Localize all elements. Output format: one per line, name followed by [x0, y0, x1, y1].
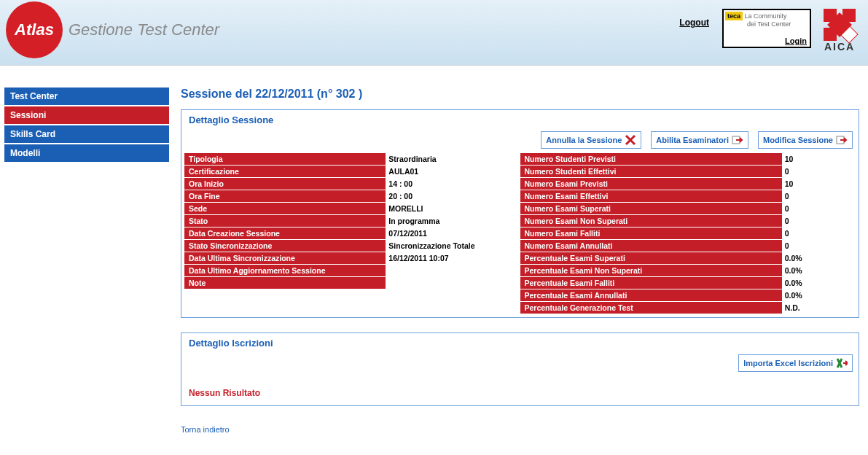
- detail-row: Percentuale Esami Falliti0.0%: [520, 277, 856, 289]
- detail-row: Numero Esami Falliti0: [520, 228, 856, 240]
- edit-icon: [836, 134, 848, 146]
- excel-import-icon: [836, 357, 848, 369]
- detail-label: Numero Esami Falliti: [520, 228, 782, 239]
- sidebar-item-modelli[interactable]: Modelli: [4, 144, 169, 163]
- detail-value: N.D.: [782, 303, 856, 312]
- detail-value: 20 : 00: [386, 192, 520, 201]
- detail-value: 0.0%: [782, 266, 856, 275]
- detail-label: Numero Esami Effettivi: [520, 190, 782, 202]
- app-subtitle: Gestione Test Center: [69, 20, 219, 39]
- detail-value: 10: [782, 179, 856, 188]
- detail-row: Data Ultima Sincronizzazione16/12/2011 1…: [184, 252, 520, 265]
- detail-label: Percentuale Esami Annullati: [520, 289, 782, 301]
- detail-row: Ora Fine20 : 00: [184, 190, 520, 203]
- detail-value: Straordinaria: [386, 155, 520, 163]
- detail-label: Tipologia: [184, 153, 386, 165]
- detail-label: Data Ultima Sincronizzazione: [184, 252, 386, 264]
- detail-label: Ora Fine: [184, 190, 386, 202]
- detail-value: 16/12/2011 10:07: [386, 254, 520, 262]
- page-title: Sessione del 22/12/2011 (n° 302 ): [181, 88, 859, 101]
- header-right: Logout teca La Community dei Test Center…: [679, 9, 861, 52]
- detail-label: Certificazione: [184, 166, 386, 177]
- detail-value: 10: [782, 155, 856, 163]
- modifica-label: Modifica Sessione: [763, 136, 833, 144]
- detail-row: Data Ultimo Aggiornamento Sessione: [184, 265, 520, 277]
- detail-row: Percentuale Generazione TestN.D.: [520, 302, 856, 314]
- logo-area: Atlas Gestione Test Center: [6, 1, 219, 58]
- detail-label: Note: [184, 277, 386, 289]
- detail-value: 0.0%: [782, 279, 856, 287]
- detail-value: 0: [782, 241, 856, 250]
- back-link[interactable]: Torna indietro: [181, 425, 230, 434]
- atlas-logo: Atlas: [6, 1, 63, 58]
- aica-logo: AICA: [818, 9, 861, 52]
- teca-text1: La Community: [745, 12, 787, 20]
- teca-community-box[interactable]: teca La Community dei Test Center Login: [722, 9, 811, 48]
- detail-row: Percentuale Esami Superati0.0%: [520, 252, 856, 265]
- detail-label: Stato: [184, 215, 386, 227]
- detail-value: 0: [782, 167, 856, 176]
- detail-label: Percentuale Esami Non Superati: [520, 265, 782, 276]
- annulla-sessione-button[interactable]: Annulla la Sessione: [541, 131, 641, 149]
- detail-col-right: Numero Studenti Previsti10Numero Student…: [520, 153, 856, 314]
- detail-row: CertificazioneAULA01: [184, 166, 520, 178]
- detail-row: SedeMORELLI: [184, 203, 520, 215]
- detail-value: 0.0%: [782, 291, 856, 300]
- abilita-esaminatori-button[interactable]: Abilita Esaminatori: [651, 131, 748, 149]
- detail-row: Data Creazione Sessione07/12/2011: [184, 228, 520, 240]
- detail-row: Percentuale Esami Non Superati0.0%: [520, 265, 856, 277]
- main-content: Sessione del 22/12/2011 (n° 302 ) Dettag…: [173, 88, 868, 434]
- detail-label: Numero Esami Superati: [520, 203, 782, 214]
- panel-dettaglio-iscrizioni: Dettaglio Iscrizioni Importa Excel Iscri…: [181, 332, 859, 406]
- enable-icon: [732, 134, 743, 146]
- detail-grid: TipologiaStraordinariaCertificazioneAULA…: [181, 153, 859, 317]
- detail-row: Numero Esami Superati0: [520, 203, 856, 215]
- detail-label: Data Creazione Sessione: [184, 228, 386, 239]
- detail-row: Ora Inizio14 : 00: [184, 178, 520, 190]
- sidebar-item-test-center[interactable]: Test Center: [4, 88, 169, 106]
- logout-link[interactable]: Logout: [679, 18, 709, 28]
- detail-row: Numero Esami Previsti10: [520, 178, 856, 190]
- importa-excel-button[interactable]: Importa Excel Iscrizioni: [738, 354, 853, 372]
- detail-label: Numero Esami Non Superati: [520, 215, 782, 227]
- detail-value: 0: [782, 217, 856, 225]
- action-row-iscrizioni: Importa Excel Iscrizioni: [181, 351, 859, 376]
- detail-value: 0: [782, 192, 856, 201]
- detail-row: Numero Esami Effettivi0: [520, 190, 856, 203]
- detail-label: Ora Inizio: [184, 178, 386, 190]
- detail-row: Numero Studenti Previsti10: [520, 153, 856, 166]
- cancel-icon: [625, 134, 636, 146]
- detail-value: Sincronizzazione Totale: [386, 241, 520, 250]
- sidebar-item-skills-card[interactable]: Skills Card: [4, 125, 169, 144]
- login-link[interactable]: Login: [785, 36, 807, 45]
- teca-text2: dei Test Center: [747, 20, 791, 28]
- detail-value: AULA01: [386, 167, 520, 176]
- teca-tag: teca: [725, 12, 743, 20]
- detail-label: Sede: [184, 203, 386, 214]
- detail-value: 0.0%: [782, 254, 856, 262]
- detail-row: Percentuale Esami Annullati0.0%: [520, 289, 856, 302]
- detail-row: Note: [184, 277, 520, 289]
- detail-value: 0: [782, 204, 856, 213]
- detail-label: Numero Esami Previsti: [520, 178, 782, 190]
- detail-row: StatoIn programma: [184, 215, 520, 228]
- detail-label: Data Ultimo Aggiornamento Sessione: [184, 265, 386, 276]
- detail-row: Numero Esami Non Superati0: [520, 215, 856, 228]
- annulla-label: Annulla la Sessione: [546, 136, 622, 144]
- detail-value: 0: [782, 229, 856, 238]
- aica-icon: [824, 9, 856, 41]
- detail-value: 14 : 00: [386, 179, 520, 188]
- detail-value: In programma: [386, 217, 520, 225]
- detail-label: Percentuale Generazione Test: [520, 302, 782, 314]
- panel-dettaglio-sessione: Dettaglio Sessione Annulla la Sessione A…: [181, 109, 859, 318]
- detail-row: TipologiaStraordinaria: [184, 153, 520, 166]
- sidebar-item-sessioni[interactable]: Sessioni: [4, 106, 169, 125]
- sidebar: Test Center Sessioni Skills Card Modelli: [0, 88, 173, 434]
- detail-row: Stato SincronizzazioneSincronizzazione T…: [184, 240, 520, 252]
- modifica-sessione-button[interactable]: Modifica Sessione: [758, 131, 853, 149]
- detail-label: Stato Sincronizzazione: [184, 240, 386, 252]
- detail-row: Numero Esami Annullati0: [520, 240, 856, 252]
- panel-title-iscrizioni: Dettaglio Iscrizioni: [181, 333, 859, 351]
- abilita-label: Abilita Esaminatori: [656, 136, 729, 144]
- detail-label: Percentuale Esami Superati: [520, 252, 782, 264]
